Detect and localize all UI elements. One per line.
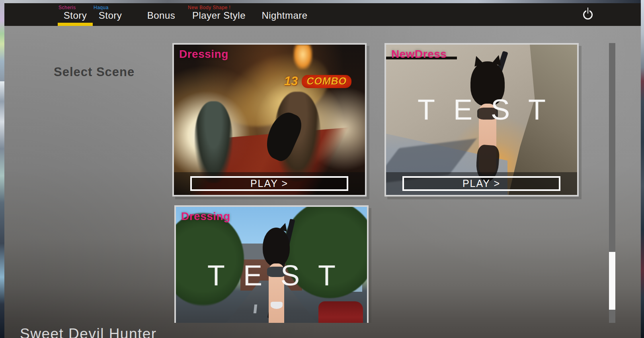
desktop-edge-right bbox=[641, 0, 644, 338]
top-navbar: Scheris Story Haqua Story Bonus New Body… bbox=[4, 3, 641, 26]
play-band: PLAY > bbox=[174, 172, 365, 195]
card-title: NewDress bbox=[391, 48, 447, 61]
overlay-test-text: TEST bbox=[176, 259, 367, 292]
play-button[interactable]: PLAY > bbox=[402, 176, 560, 191]
tab-scheris-story[interactable]: Scheris Story bbox=[58, 3, 93, 26]
main-content: Select Scene 13 COMBO Dressing bbox=[4, 26, 641, 338]
tab-label: Bonus bbox=[141, 10, 181, 21]
tab-label: Nightmare bbox=[257, 10, 312, 21]
character-outfit-bottom bbox=[271, 302, 283, 309]
scene-list-viewport: 13 COMBO Dressing PLAY > bbox=[4, 43, 609, 323]
monster-figure-left bbox=[195, 101, 232, 183]
game-title: Sweet Devil Hunter bbox=[20, 326, 157, 338]
card-title: Dressing bbox=[181, 210, 230, 223]
combo-counter: 13 COMBO bbox=[284, 74, 351, 88]
desktop-edge-left bbox=[0, 0, 4, 338]
scrollbar-track[interactable] bbox=[609, 43, 615, 323]
torch-flame bbox=[293, 45, 312, 69]
scene-card-dressing-combat[interactable]: 13 COMBO Dressing PLAY > bbox=[172, 43, 367, 197]
tab-label: Story bbox=[93, 10, 128, 21]
tab-player-style[interactable]: New Body Shape ! Player Style bbox=[187, 3, 251, 26]
play-band: PLAY > bbox=[386, 172, 577, 195]
power-button[interactable] bbox=[581, 7, 595, 21]
overlay-test-text: TEST bbox=[386, 93, 577, 126]
tab-label: Story bbox=[58, 10, 93, 21]
tab-superlabel: Scheris bbox=[59, 5, 76, 10]
active-tab-underline bbox=[58, 23, 93, 26]
scene-card-dressing-street[interactable]: TEST Dressing bbox=[174, 205, 369, 323]
tab-superlabel: Haqua bbox=[94, 5, 109, 10]
game-window: Scheris Story Haqua Story Bonus New Body… bbox=[4, 3, 641, 338]
play-label: PLAY > bbox=[463, 178, 500, 189]
power-icon-line bbox=[586, 8, 589, 14]
tab-superlabel: New Body Shape ! bbox=[188, 5, 230, 10]
combo-count: 13 bbox=[284, 74, 298, 88]
scene-card-newdress[interactable]: TEST NewDress PLAY > bbox=[384, 43, 579, 197]
card-title: Dressing bbox=[179, 48, 228, 61]
tab-label: Player Style bbox=[187, 10, 251, 21]
tab-bonus[interactable]: Bonus bbox=[141, 3, 181, 26]
play-label: PLAY > bbox=[250, 178, 288, 189]
combo-word: COMBO bbox=[302, 75, 351, 88]
tab-nightmare[interactable]: Nightmare bbox=[257, 3, 312, 26]
tab-haqua-story[interactable]: Haqua Story bbox=[93, 3, 128, 26]
play-button[interactable]: PLAY > bbox=[190, 176, 348, 191]
scrollbar-thumb[interactable] bbox=[609, 252, 615, 310]
red-car bbox=[318, 301, 363, 323]
desktop-edge-top bbox=[0, 0, 644, 3]
